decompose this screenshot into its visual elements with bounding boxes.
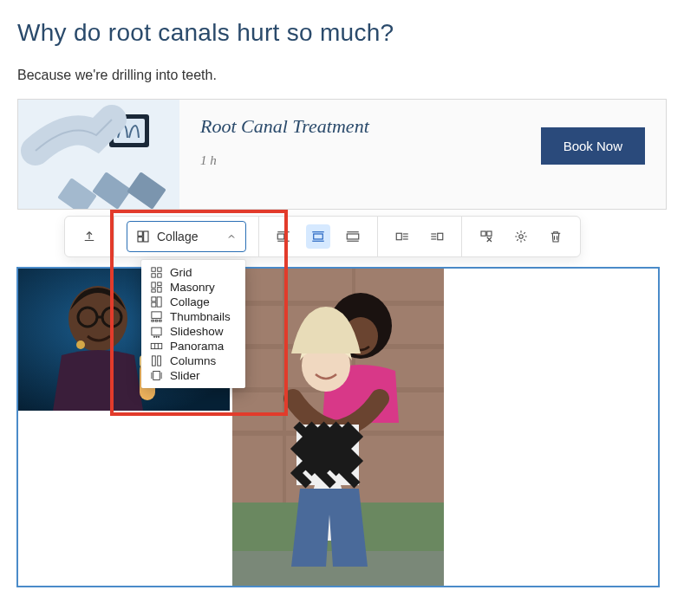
svg-rect-59: [158, 288, 161, 293]
edit-gallery-icon: [479, 229, 494, 244]
collage-layout-icon: [136, 230, 150, 243]
columns-icon: [150, 354, 163, 367]
svg-rect-67: [152, 327, 161, 335]
svg-point-68: [153, 336, 154, 337]
svg-rect-45: [438, 233, 443, 240]
layout-option-grid[interactable]: Grid: [141, 265, 245, 280]
layout-option-columns[interactable]: Columns: [141, 353, 245, 368]
text-wrap-left-icon: [394, 229, 410, 244]
layout-option-slider[interactable]: Slider: [141, 368, 245, 383]
svg-rect-49: [481, 231, 485, 236]
page-subtitle: Because we're drilling into teeth.: [0, 47, 684, 83]
gallery-collage[interactable]: [16, 267, 660, 587]
svg-point-14: [76, 340, 85, 349]
svg-rect-50: [487, 231, 492, 236]
svg-rect-71: [151, 343, 162, 348]
svg-rect-53: [158, 268, 161, 271]
svg-rect-60: [152, 297, 156, 302]
gallery-image-2[interactable]: [232, 269, 444, 587]
layout-option-label: Slider: [170, 369, 200, 382]
layout-option-masonry[interactable]: Masonry: [141, 280, 245, 295]
svg-rect-58: [152, 289, 155, 292]
svg-rect-57: [158, 282, 161, 286]
wrap-left-button[interactable]: [390, 224, 414, 249]
layout-option-label: Grid: [170, 266, 192, 279]
align-center-button[interactable]: [306, 224, 330, 249]
panorama-icon: [150, 340, 163, 353]
svg-rect-29: [138, 231, 142, 236]
svg-rect-52: [152, 268, 155, 271]
svg-rect-54: [152, 274, 155, 277]
layout-option-collage[interactable]: Collage: [141, 295, 245, 309]
align-left-button[interactable]: [271, 224, 296, 249]
layout-option-panorama[interactable]: Panorama: [141, 339, 245, 353]
upload-icon: [81, 229, 97, 244]
layout-option-label: Panorama: [170, 340, 224, 353]
service-body: Root Canal Treatment 1 h Book Now: [179, 100, 666, 209]
align-full-button[interactable]: [341, 224, 365, 249]
delete-button[interactable]: [544, 224, 568, 249]
layout-dropdown: Grid Masonry Collage Thumbnails Slidesho…: [141, 260, 245, 388]
gallery-toolbar: Collage: [64, 216, 581, 257]
svg-rect-62: [152, 302, 156, 307]
grid-icon: [150, 266, 163, 279]
page-title: Why do root canals hurt so much?: [0, 0, 684, 47]
layout-option-label: Columns: [170, 354, 216, 367]
svg-point-69: [156, 336, 157, 337]
svg-rect-35: [314, 234, 323, 239]
svg-rect-74: [153, 356, 156, 366]
book-now-button[interactable]: Book Now: [541, 127, 645, 165]
svg-rect-75: [158, 356, 161, 366]
align-image-left-icon: [276, 229, 291, 244]
svg-rect-64: [152, 320, 154, 321]
svg-rect-38: [347, 234, 359, 239]
gear-icon: [513, 229, 529, 244]
service-thumbnail: [18, 100, 179, 209]
trash-icon: [548, 229, 563, 244]
chevron-up-icon: [226, 231, 237, 242]
service-name: Root Canal Treatment: [200, 115, 369, 138]
svg-rect-63: [152, 312, 161, 319]
svg-rect-76: [153, 372, 160, 380]
svg-rect-30: [144, 231, 148, 242]
service-text: Root Canal Treatment 1 h: [200, 115, 369, 168]
settings-button[interactable]: [509, 224, 533, 249]
svg-point-70: [158, 336, 159, 337]
align-image-center-icon: [310, 229, 326, 244]
collage-icon: [150, 295, 163, 308]
svg-rect-41: [396, 233, 401, 240]
svg-rect-65: [155, 320, 158, 321]
layout-select[interactable]: Collage: [127, 221, 246, 252]
layout-option-label: Slideshow: [170, 325, 224, 338]
layout-option-thumbnails[interactable]: Thumbnails: [141, 309, 245, 324]
service-card: Root Canal Treatment 1 h Book Now: [17, 99, 667, 210]
layout-option-slideshow[interactable]: Slideshow: [141, 324, 245, 339]
masonry-icon: [150, 281, 163, 294]
text-wrap-right-icon: [429, 229, 445, 244]
svg-rect-31: [138, 237, 142, 242]
layout-option-label: Collage: [170, 295, 210, 308]
slideshow-icon: [150, 325, 163, 338]
thumbnails-icon: [150, 310, 163, 323]
svg-rect-32: [277, 234, 284, 239]
layout-option-label: Masonry: [170, 281, 215, 294]
svg-point-51: [519, 235, 524, 239]
layout-select-label: Collage: [157, 230, 198, 243]
service-duration: 1 h: [200, 153, 369, 168]
svg-rect-66: [160, 320, 162, 321]
slider-icon: [150, 369, 163, 382]
svg-rect-61: [157, 297, 161, 307]
align-image-full-icon: [345, 229, 361, 244]
svg-rect-55: [158, 274, 161, 277]
svg-rect-56: [152, 282, 155, 288]
layout-option-label: Thumbnails: [170, 310, 231, 323]
upload-button[interactable]: [77, 224, 101, 249]
edit-gallery-button[interactable]: [474, 224, 498, 249]
wrap-right-button[interactable]: [425, 224, 449, 249]
